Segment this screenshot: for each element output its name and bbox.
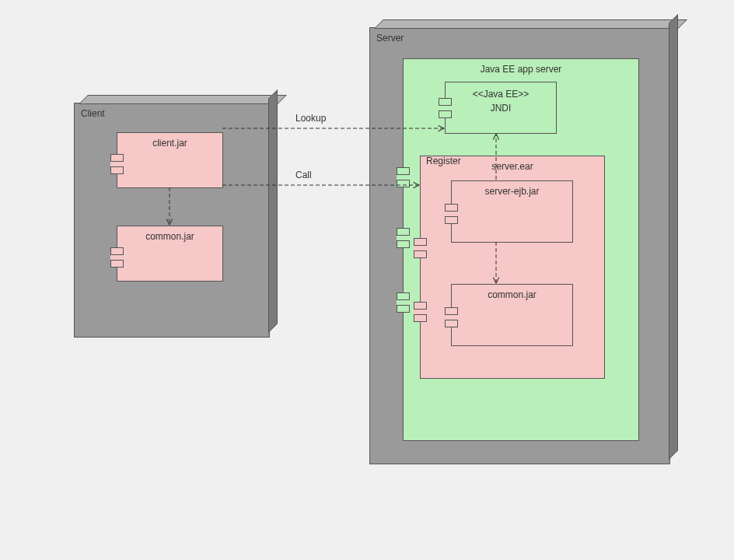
component-tabs-icon [397, 167, 411, 187]
component-tabs-icon [414, 302, 428, 322]
connector-register-label: Register [426, 156, 461, 166]
component-client-jar: client.jar [117, 132, 223, 188]
component-server-common-jar: common.jar [451, 284, 573, 346]
node-client-label: Client [81, 108, 105, 119]
component-tabs-icon [439, 98, 453, 118]
component-jndi-stereotype: <<Java EE>> [446, 89, 556, 100]
component-client-jar-label: client.jar [117, 138, 222, 149]
component-tabs-icon [110, 247, 124, 268]
component-client-common-jar-label: common.jar [117, 231, 222, 242]
node-server-label: Server [376, 33, 404, 44]
component-server-ejb-jar: server-ejb.jar [451, 180, 573, 243]
component-tabs-icon [414, 238, 428, 258]
component-client-common-jar: common.jar [117, 226, 223, 282]
component-tabs-icon [445, 307, 459, 327]
component-server-common-jar-label: common.jar [452, 289, 572, 300]
component-tabs-icon [110, 154, 124, 174]
deployment-diagram: Client client.jar common.jar Server Java… [0, 0, 734, 560]
component-tabs-icon [445, 204, 459, 224]
component-server-ejb-jar-label: server-ejb.jar [452, 186, 572, 197]
component-jndi-label: JNDI [446, 103, 556, 114]
component-tabs-icon [397, 292, 411, 313]
component-appserver-label: Java EE app server [404, 64, 638, 75]
component-jndi: <<Java EE>> JNDI [445, 82, 557, 134]
component-tabs-icon [397, 228, 411, 248]
connector-call-label: Call [295, 170, 312, 180]
connector-lookup-label: Lookup [295, 113, 326, 124]
